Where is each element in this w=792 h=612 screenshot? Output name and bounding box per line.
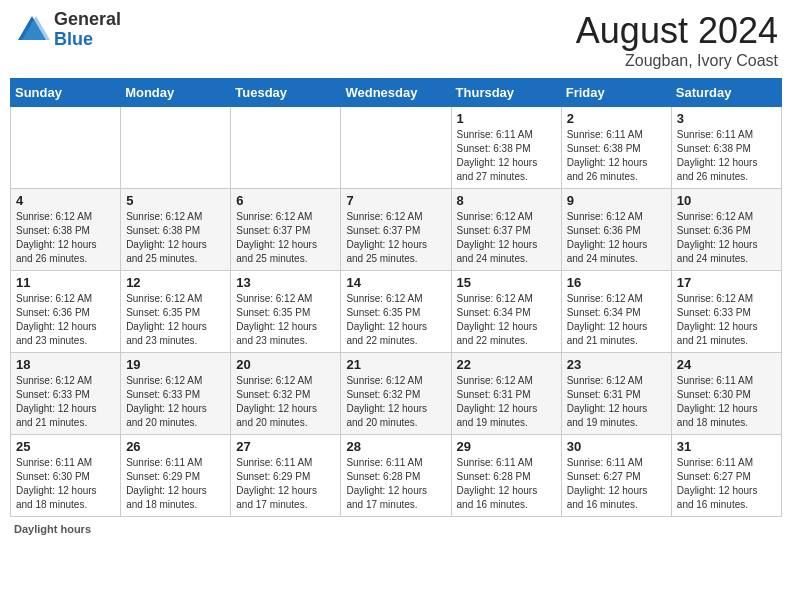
- calendar-cell: [11, 107, 121, 189]
- calendar-body: 1Sunrise: 6:11 AM Sunset: 6:38 PM Daylig…: [11, 107, 782, 517]
- day-info: Sunrise: 6:12 AM Sunset: 6:33 PM Dayligh…: [677, 292, 776, 348]
- day-of-week-header: Saturday: [671, 79, 781, 107]
- location-subtitle: Zougban, Ivory Coast: [576, 52, 778, 70]
- day-info: Sunrise: 6:12 AM Sunset: 6:35 PM Dayligh…: [346, 292, 445, 348]
- calendar-cell: 1Sunrise: 6:11 AM Sunset: 6:38 PM Daylig…: [451, 107, 561, 189]
- day-number: 9: [567, 193, 666, 208]
- day-of-week-header: Tuesday: [231, 79, 341, 107]
- calendar-week-row: 18Sunrise: 6:12 AM Sunset: 6:33 PM Dayli…: [11, 353, 782, 435]
- calendar-cell: 20Sunrise: 6:12 AM Sunset: 6:32 PM Dayli…: [231, 353, 341, 435]
- calendar-cell: 30Sunrise: 6:11 AM Sunset: 6:27 PM Dayli…: [561, 435, 671, 517]
- day-number: 18: [16, 357, 115, 372]
- day-info: Sunrise: 6:11 AM Sunset: 6:30 PM Dayligh…: [16, 456, 115, 512]
- day-number: 16: [567, 275, 666, 290]
- day-number: 22: [457, 357, 556, 372]
- calendar-cell: 12Sunrise: 6:12 AM Sunset: 6:35 PM Dayli…: [121, 271, 231, 353]
- day-number: 17: [677, 275, 776, 290]
- day-of-week-header: Wednesday: [341, 79, 451, 107]
- day-info: Sunrise: 6:11 AM Sunset: 6:38 PM Dayligh…: [457, 128, 556, 184]
- day-number: 1: [457, 111, 556, 126]
- day-info: Sunrise: 6:12 AM Sunset: 6:31 PM Dayligh…: [567, 374, 666, 430]
- calendar-cell: [121, 107, 231, 189]
- calendar-cell: 9Sunrise: 6:12 AM Sunset: 6:36 PM Daylig…: [561, 189, 671, 271]
- day-number: 5: [126, 193, 225, 208]
- day-number: 7: [346, 193, 445, 208]
- day-info: Sunrise: 6:12 AM Sunset: 6:35 PM Dayligh…: [236, 292, 335, 348]
- logo-general-text: General: [54, 10, 121, 30]
- day-info: Sunrise: 6:12 AM Sunset: 6:33 PM Dayligh…: [16, 374, 115, 430]
- day-info: Sunrise: 6:12 AM Sunset: 6:38 PM Dayligh…: [126, 210, 225, 266]
- calendar-table: SundayMondayTuesdayWednesdayThursdayFrid…: [10, 78, 782, 517]
- calendar-cell: 4Sunrise: 6:12 AM Sunset: 6:38 PM Daylig…: [11, 189, 121, 271]
- day-info: Sunrise: 6:12 AM Sunset: 6:34 PM Dayligh…: [457, 292, 556, 348]
- calendar-cell: 21Sunrise: 6:12 AM Sunset: 6:32 PM Dayli…: [341, 353, 451, 435]
- day-info: Sunrise: 6:12 AM Sunset: 6:35 PM Dayligh…: [126, 292, 225, 348]
- calendar-cell: 22Sunrise: 6:12 AM Sunset: 6:31 PM Dayli…: [451, 353, 561, 435]
- calendar-cell: 23Sunrise: 6:12 AM Sunset: 6:31 PM Dayli…: [561, 353, 671, 435]
- calendar-cell: 25Sunrise: 6:11 AM Sunset: 6:30 PM Dayli…: [11, 435, 121, 517]
- logo-blue-text: Blue: [54, 30, 121, 50]
- day-number: 2: [567, 111, 666, 126]
- day-info: Sunrise: 6:12 AM Sunset: 6:36 PM Dayligh…: [16, 292, 115, 348]
- calendar-cell: 18Sunrise: 6:12 AM Sunset: 6:33 PM Dayli…: [11, 353, 121, 435]
- calendar-header: SundayMondayTuesdayWednesdayThursdayFrid…: [11, 79, 782, 107]
- calendar-cell: 19Sunrise: 6:12 AM Sunset: 6:33 PM Dayli…: [121, 353, 231, 435]
- day-number: 21: [346, 357, 445, 372]
- day-of-week-header: Monday: [121, 79, 231, 107]
- calendar-cell: 27Sunrise: 6:11 AM Sunset: 6:29 PM Dayli…: [231, 435, 341, 517]
- day-number: 31: [677, 439, 776, 454]
- day-number: 23: [567, 357, 666, 372]
- logo: General Blue: [14, 10, 121, 50]
- calendar-cell: 29Sunrise: 6:11 AM Sunset: 6:28 PM Dayli…: [451, 435, 561, 517]
- calendar-week-row: 25Sunrise: 6:11 AM Sunset: 6:30 PM Dayli…: [11, 435, 782, 517]
- day-info: Sunrise: 6:11 AM Sunset: 6:38 PM Dayligh…: [567, 128, 666, 184]
- calendar-cell: 11Sunrise: 6:12 AM Sunset: 6:36 PM Dayli…: [11, 271, 121, 353]
- day-info: Sunrise: 6:12 AM Sunset: 6:33 PM Dayligh…: [126, 374, 225, 430]
- day-info: Sunrise: 6:11 AM Sunset: 6:27 PM Dayligh…: [567, 456, 666, 512]
- day-info: Sunrise: 6:12 AM Sunset: 6:32 PM Dayligh…: [236, 374, 335, 430]
- calendar-week-row: 1Sunrise: 6:11 AM Sunset: 6:38 PM Daylig…: [11, 107, 782, 189]
- footer-note: Daylight hours: [10, 523, 782, 535]
- day-number: 15: [457, 275, 556, 290]
- day-number: 6: [236, 193, 335, 208]
- day-number: 13: [236, 275, 335, 290]
- day-info: Sunrise: 6:11 AM Sunset: 6:27 PM Dayligh…: [677, 456, 776, 512]
- day-info: Sunrise: 6:11 AM Sunset: 6:29 PM Dayligh…: [126, 456, 225, 512]
- day-number: 27: [236, 439, 335, 454]
- logo-text: General Blue: [54, 10, 121, 50]
- day-number: 29: [457, 439, 556, 454]
- calendar-cell: [231, 107, 341, 189]
- calendar-cell: 8Sunrise: 6:12 AM Sunset: 6:37 PM Daylig…: [451, 189, 561, 271]
- day-info: Sunrise: 6:12 AM Sunset: 6:34 PM Dayligh…: [567, 292, 666, 348]
- day-number: 25: [16, 439, 115, 454]
- day-number: 3: [677, 111, 776, 126]
- calendar-week-row: 11Sunrise: 6:12 AM Sunset: 6:36 PM Dayli…: [11, 271, 782, 353]
- day-info: Sunrise: 6:12 AM Sunset: 6:32 PM Dayligh…: [346, 374, 445, 430]
- calendar-cell: 15Sunrise: 6:12 AM Sunset: 6:34 PM Dayli…: [451, 271, 561, 353]
- day-number: 14: [346, 275, 445, 290]
- day-number: 28: [346, 439, 445, 454]
- calendar-cell: 17Sunrise: 6:12 AM Sunset: 6:33 PM Dayli…: [671, 271, 781, 353]
- month-year-title: August 2024: [576, 10, 778, 52]
- day-info: Sunrise: 6:12 AM Sunset: 6:37 PM Dayligh…: [346, 210, 445, 266]
- calendar-cell: 7Sunrise: 6:12 AM Sunset: 6:37 PM Daylig…: [341, 189, 451, 271]
- calendar-cell: 14Sunrise: 6:12 AM Sunset: 6:35 PM Dayli…: [341, 271, 451, 353]
- calendar-cell: 3Sunrise: 6:11 AM Sunset: 6:38 PM Daylig…: [671, 107, 781, 189]
- day-info: Sunrise: 6:11 AM Sunset: 6:28 PM Dayligh…: [346, 456, 445, 512]
- calendar-cell: 28Sunrise: 6:11 AM Sunset: 6:28 PM Dayli…: [341, 435, 451, 517]
- logo-icon: [14, 12, 50, 48]
- calendar-cell: 26Sunrise: 6:11 AM Sunset: 6:29 PM Dayli…: [121, 435, 231, 517]
- calendar-cell: [341, 107, 451, 189]
- day-of-week-header: Sunday: [11, 79, 121, 107]
- calendar-cell: 24Sunrise: 6:11 AM Sunset: 6:30 PM Dayli…: [671, 353, 781, 435]
- day-number: 20: [236, 357, 335, 372]
- day-of-week-header: Thursday: [451, 79, 561, 107]
- calendar-cell: 5Sunrise: 6:12 AM Sunset: 6:38 PM Daylig…: [121, 189, 231, 271]
- daylight-hours-label: Daylight hours: [14, 523, 91, 535]
- day-info: Sunrise: 6:11 AM Sunset: 6:29 PM Dayligh…: [236, 456, 335, 512]
- day-number: 19: [126, 357, 225, 372]
- calendar-cell: 31Sunrise: 6:11 AM Sunset: 6:27 PM Dayli…: [671, 435, 781, 517]
- day-info: Sunrise: 6:12 AM Sunset: 6:31 PM Dayligh…: [457, 374, 556, 430]
- day-number: 10: [677, 193, 776, 208]
- calendar-cell: 16Sunrise: 6:12 AM Sunset: 6:34 PM Dayli…: [561, 271, 671, 353]
